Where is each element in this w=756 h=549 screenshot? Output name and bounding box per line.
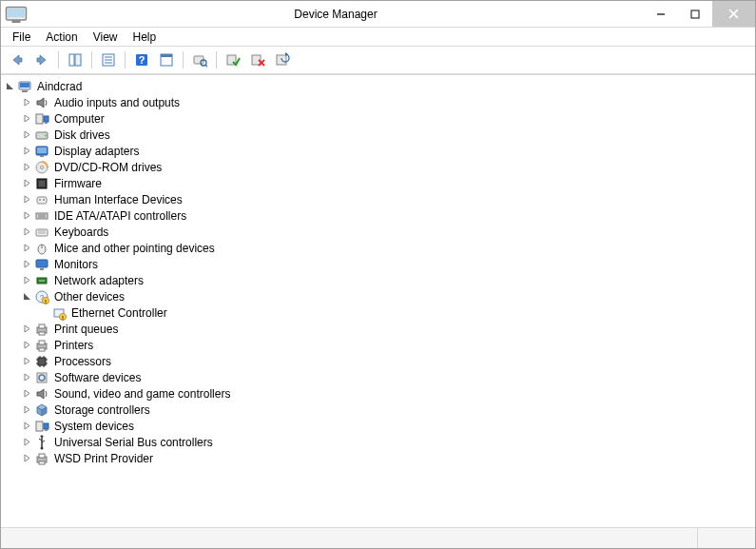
expand-arrow-icon[interactable]	[20, 145, 33, 158]
expand-arrow-icon[interactable]	[20, 323, 33, 336]
collapse-arrow-icon[interactable]	[3, 80, 16, 93]
expand-arrow-icon[interactable]	[20, 225, 33, 239]
keyboard-icon	[34, 225, 49, 240]
device-ethernet-controller[interactable]: Ethernet Controller	[37, 304, 753, 321]
expand-arrow-icon[interactable]	[20, 112, 33, 126]
tree-node-label[interactable]: Network adapters	[52, 274, 145, 287]
category-dvd[interactable]: DVD/CD-ROM drives	[20, 159, 753, 175]
menu-view[interactable]: View	[86, 29, 126, 46]
maximize-button[interactable]	[678, 1, 712, 27]
category-other[interactable]: Other devices	[20, 288, 753, 304]
tree-node-label[interactable]: Display adapters	[52, 145, 141, 158]
tree-node-label[interactable]: Firmware	[52, 177, 104, 190]
expand-arrow-icon[interactable]	[20, 420, 33, 433]
tree-node-label[interactable]: Printers	[52, 339, 95, 352]
speaker-icon	[34, 95, 49, 110]
tree-node-label[interactable]: Storage controllers	[52, 403, 152, 417]
tree-node-label[interactable]: Aindcrad	[35, 80, 84, 93]
menu-help[interactable]: Help	[126, 29, 165, 46]
category-hid[interactable]: Human Interface Devices	[20, 191, 753, 207]
show-hide-tree-button[interactable]	[65, 49, 86, 70]
expand-arrow-icon[interactable]	[20, 403, 33, 417]
tree-node-label[interactable]: Other devices	[52, 290, 126, 304]
category-computer[interactable]: Computer	[20, 110, 753, 127]
minimize-button[interactable]	[644, 1, 678, 27]
expand-arrow-icon[interactable]	[20, 128, 33, 142]
expand-arrow-icon[interactable]	[20, 161, 33, 174]
expand-arrow-icon[interactable]	[20, 209, 33, 223]
category-processors[interactable]: Processors	[20, 353, 753, 369]
tree-node-label[interactable]: Monitors	[52, 258, 100, 271]
back-button[interactable]	[7, 49, 28, 70]
expand-arrow-icon[interactable]	[20, 177, 33, 190]
expand-arrow-icon[interactable]	[20, 355, 33, 368]
svg-line-19	[205, 65, 207, 67]
expand-arrow-icon[interactable]	[20, 96, 33, 109]
category-network[interactable]: Network adapters	[20, 272, 753, 288]
category-ide[interactable]: IDE ATA/ATAPI controllers	[20, 207, 753, 224]
category-storage[interactable]: Storage controllers	[20, 402, 753, 418]
uninstall-device-button[interactable]	[247, 49, 268, 70]
tree-node-label[interactable]: WSD Print Provider	[52, 452, 155, 465]
category-usb[interactable]: Universal Serial Bus controllers	[20, 434, 753, 450]
tree-node-label[interactable]: Computer	[52, 112, 107, 126]
pc-icon	[34, 419, 49, 434]
root-node[interactable]: Aindcrad	[3, 78, 753, 94]
tree-node-label[interactable]: Audio inputs and outputs	[52, 96, 182, 109]
update-driver-button[interactable]	[272, 49, 293, 70]
expand-arrow-icon[interactable]	[20, 452, 33, 465]
category-mice[interactable]: Mice and other pointing devices	[20, 240, 753, 256]
forward-button[interactable]	[31, 49, 52, 70]
tree-node-label[interactable]: IDE ATA/ATAPI controllers	[52, 209, 188, 223]
expand-arrow-icon[interactable]	[20, 274, 33, 287]
properties-button[interactable]	[98, 49, 119, 70]
title-bar: Device Manager	[1, 1, 755, 28]
tree-node-label[interactable]: Disk drives	[52, 128, 112, 142]
pc-icon	[34, 111, 49, 127]
tree-node-label[interactable]: Print queues	[52, 323, 120, 336]
tree-node-label[interactable]: Software devices	[52, 371, 143, 384]
category-firmware[interactable]: Firmware	[20, 175, 753, 191]
toolbar-separator	[58, 51, 59, 69]
scan-hardware-button[interactable]	[189, 49, 210, 70]
category-sound[interactable]: Sound, video and game controllers	[20, 385, 753, 402]
category-printq[interactable]: Print queues	[20, 321, 753, 337]
expand-arrow-icon[interactable]	[20, 193, 33, 206]
category-printers[interactable]: Printers	[20, 337, 753, 353]
menu-file[interactable]: File	[5, 29, 38, 46]
hid-icon	[34, 192, 49, 207]
device-tree-pane[interactable]: AindcradAudio inputs and outputsComputer…	[1, 74, 755, 527]
action-button[interactable]	[156, 49, 177, 70]
tree-node-label[interactable]: Mice and other pointing devices	[52, 242, 217, 255]
status-cell	[698, 528, 755, 548]
category-disk[interactable]: Disk drives	[20, 127, 753, 143]
tree-node-label[interactable]: DVD/CD-ROM drives	[52, 161, 164, 174]
category-system[interactable]: System devices	[20, 418, 753, 434]
tree-node-label[interactable]: Processors	[52, 355, 113, 368]
category-software[interactable]: Software devices	[20, 369, 753, 385]
expand-arrow-icon[interactable]	[20, 436, 33, 449]
tree-node-label[interactable]: Universal Serial Bus controllers	[52, 436, 215, 449]
tree-node-label[interactable]: Human Interface Devices	[52, 193, 184, 206]
window-title: Device Manager	[28, 8, 644, 21]
expand-arrow-icon[interactable]	[20, 339, 33, 352]
tree-node-label[interactable]: Sound, video and game controllers	[52, 387, 232, 401]
category-keyboards[interactable]: Keyboards	[20, 224, 753, 240]
tree-node-label[interactable]: Ethernet Controller	[69, 306, 169, 320]
tree-node-label[interactable]: Keyboards	[52, 225, 110, 239]
enable-device-button[interactable]	[223, 49, 243, 70]
tree-node-label[interactable]: System devices	[52, 420, 136, 433]
expand-arrow-icon[interactable]	[20, 242, 33, 255]
expand-arrow-icon[interactable]	[20, 387, 33, 401]
software-icon	[34, 370, 49, 385]
menu-action[interactable]: Action	[38, 29, 85, 46]
close-button[interactable]	[712, 1, 755, 27]
expand-arrow-icon[interactable]	[20, 371, 33, 384]
category-monitors[interactable]: Monitors	[20, 256, 753, 272]
category-audio[interactable]: Audio inputs and outputs	[20, 94, 753, 110]
category-display[interactable]: Display adapters	[20, 143, 753, 159]
category-wsd[interactable]: WSD Print Provider	[20, 450, 753, 466]
collapse-arrow-icon[interactable]	[20, 290, 33, 304]
help-button[interactable]: ?	[131, 49, 152, 70]
expand-arrow-icon[interactable]	[20, 258, 33, 271]
